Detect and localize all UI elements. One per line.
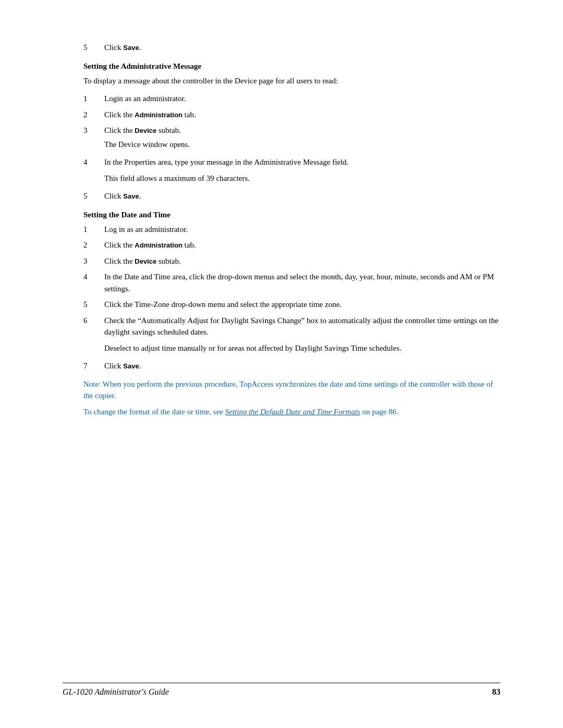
s2-step-number-5: 5 xyxy=(83,299,104,311)
section2-note2: To change the format of the date or time… xyxy=(83,406,500,418)
step-number-4: 4 xyxy=(83,156,104,168)
note2-link[interactable]: Setting the Default Date and Time Format… xyxy=(225,408,360,416)
save-bold-3: Save xyxy=(123,362,139,370)
s2-step-text-2: Click the Administration tab. xyxy=(104,239,500,251)
device-tab-bold: Device xyxy=(134,127,156,134)
step-text: Click Save. xyxy=(104,42,500,54)
section2-heading: Setting the Date and Time xyxy=(83,211,500,219)
step-number-3: 3 xyxy=(83,125,104,137)
s2-step-text-3: Click the Device subtab. xyxy=(104,255,500,267)
s2-device-tab-bold: Device xyxy=(134,257,156,265)
section1-step3: 3 Click the Device subtab. xyxy=(83,125,500,137)
section1-step4-note: This field allows a maximum of 39 charac… xyxy=(104,172,500,184)
step-text-3: Click the Device subtab. xyxy=(104,125,500,137)
section2-note1: Note: When you perform the previous proc… xyxy=(83,378,500,402)
s2-step-number-6: 6 xyxy=(83,315,104,338)
section1-step5: 5 Click Save. xyxy=(83,190,500,202)
note2-prefix: To change the format of the date or time… xyxy=(83,408,225,416)
section1-intro: To display a message about the controlle… xyxy=(83,75,500,87)
section2-step2: 2 Click the Administration tab. xyxy=(83,239,500,251)
footer-page-number: 83 xyxy=(492,687,500,697)
section-date-time: Setting the Date and Time 1 Log in as an… xyxy=(83,211,500,418)
s2-admin-tab-bold: Administration xyxy=(134,241,182,249)
section1-step4: 4 In the Properties area, type your mess… xyxy=(83,156,500,168)
step-text-5: Click Save. xyxy=(104,190,500,202)
section2-step6-note: Deselect to adjust time manually or for … xyxy=(104,342,500,354)
section-admin-message: Setting the Administrative Message To di… xyxy=(83,62,500,202)
s2-step-number-3: 3 xyxy=(83,255,104,267)
section2-step3: 3 Click the Device subtab. xyxy=(83,255,500,267)
section2-step1: 1 Log in as an administrator. xyxy=(83,224,500,236)
initial-step5: 5 Click Save. xyxy=(83,42,500,54)
step-text-4: In the Properties area, type your messag… xyxy=(104,156,500,168)
admin-tab-bold: Administration xyxy=(134,111,182,119)
s2-step-text-6: Check the “Automatically Adjust for Dayl… xyxy=(104,315,500,338)
section2-step7: 7 Click Save. xyxy=(83,360,500,372)
footer-title: GL-1020 Administrator's Guide xyxy=(63,687,169,697)
footer: GL-1020 Administrator's Guide 83 xyxy=(63,683,500,697)
section1-step2: 2 Click the Administration tab. xyxy=(83,109,500,121)
step-text-1: Login as an administrator. xyxy=(104,93,500,105)
s2-step-text-5: Click the Time-Zone drop-down menu and s… xyxy=(104,299,500,311)
s2-step-number-7: 7 xyxy=(83,360,104,372)
save-bold: Save xyxy=(123,44,139,52)
s2-step-text-1: Log in as an administrator. xyxy=(104,224,500,236)
step-number-5: 5 xyxy=(83,190,104,202)
s2-step-number-1: 1 xyxy=(83,224,104,236)
page-container: 5 Click Save. Setting the Administrative… xyxy=(0,0,563,728)
s2-step-text-7: Click Save. xyxy=(104,360,500,372)
step-number-1: 1 xyxy=(83,93,104,105)
section1-step1: 1 Login as an administrator. xyxy=(83,93,500,105)
section1-heading: Setting the Administrative Message xyxy=(83,62,500,71)
section2-step5: 5 Click the Time-Zone drop-down menu and… xyxy=(83,299,500,311)
section2-step4: 4 In the Date and Time area, click the d… xyxy=(83,271,500,294)
save-bold-2: Save xyxy=(123,192,139,200)
section2-step6: 6 Check the “Automatically Adjust for Da… xyxy=(83,315,500,338)
s2-step-number-4: 4 xyxy=(83,271,104,294)
step-text-2: Click the Administration tab. xyxy=(104,109,500,121)
content-area: 5 Click Save. Setting the Administrative… xyxy=(83,42,500,417)
note2-suffix: on page 86. xyxy=(360,408,398,416)
step-number-2: 2 xyxy=(83,109,104,121)
section1-step3-note: The Device window opens. xyxy=(104,139,500,151)
s2-step-text-4: In the Date and Time area, click the dro… xyxy=(104,271,500,294)
step-number: 5 xyxy=(83,42,104,54)
s2-step-number-2: 2 xyxy=(83,239,104,251)
